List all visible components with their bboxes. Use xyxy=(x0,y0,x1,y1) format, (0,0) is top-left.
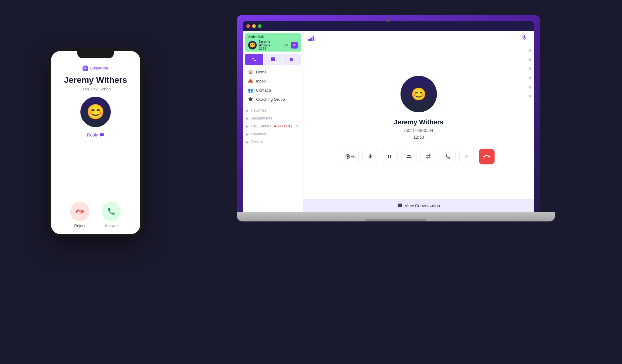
main-content: 😊 Jeremy Withers (604) 649-0504 12:53 xyxy=(303,31,534,212)
contacts-icon: 👥 xyxy=(248,88,253,93)
nav-items: 🏠 Home 📥 Inbox 👥 Contacts xyxy=(243,66,303,105)
minimize-button[interactable] xyxy=(252,24,256,28)
chevron-right-icon: ▶ xyxy=(246,109,249,112)
right-dot-1 xyxy=(529,49,532,52)
phone-caller-name: Jeremy Withers xyxy=(64,75,127,85)
call-duration: 12:53 xyxy=(413,135,424,140)
reply-label: Reply xyxy=(87,133,98,137)
sidebar-item-recent[interactable]: ▶ Recent xyxy=(243,138,303,146)
chevron-right-icon: ▶ xyxy=(246,117,249,120)
svg-text:REC: REC xyxy=(346,154,349,156)
bar3 xyxy=(313,36,314,41)
bar4 xyxy=(315,38,316,41)
signal-bars xyxy=(308,34,316,41)
hold-button[interactable] xyxy=(382,149,397,164)
caller-avatar: 😊 xyxy=(401,76,437,112)
chevron-right-icon: ▶ xyxy=(246,125,249,128)
phone-caller-avatar: 😊 xyxy=(80,97,111,127)
inbox-icon: 📥 xyxy=(248,79,253,83)
active-call-duration: 12:53 xyxy=(259,47,283,50)
laptop-notch xyxy=(387,18,390,22)
right-dot-4 xyxy=(529,76,532,79)
transfer-button[interactable] xyxy=(421,149,436,164)
active-call-name: Jeremy Withers xyxy=(259,40,283,47)
phone-caller-subtitle: Dean, Law School xyxy=(79,87,112,91)
titlebar xyxy=(243,21,534,31)
phone-notch-area xyxy=(51,51,140,62)
phone-tab[interactable] xyxy=(245,54,263,65)
sidebar-actions xyxy=(245,54,301,65)
maximize-button[interactable] xyxy=(258,24,262,28)
caller-phone: (604) 649-0504 xyxy=(404,128,433,133)
bar2 xyxy=(310,38,312,41)
menu-icon[interactable]: ≡ xyxy=(296,124,298,128)
dialpad-logo: ✦ xyxy=(83,66,88,71)
laptop: Active Call 😊 Jeremy Withers 12:53 xyxy=(237,15,555,234)
sidebar-item-inbox[interactable]: 📥 Inbox xyxy=(243,76,303,86)
phone-notch xyxy=(77,51,114,58)
phone-button[interactable] xyxy=(440,149,456,164)
active-call-label: Active Call xyxy=(248,35,298,39)
phone-content: ✦ Dialpad call Jeremy Withers Dean, Law … xyxy=(51,62,140,234)
phone-call-actions: Reject Answer xyxy=(70,202,121,228)
right-dots xyxy=(529,49,532,98)
sidebar-item-favorites[interactable]: ▶ Favorites xyxy=(243,106,303,114)
record-button[interactable]: REC REC xyxy=(343,149,359,164)
laptop-base xyxy=(237,212,555,221)
bar1 xyxy=(308,39,310,41)
sidebar-item-contacts[interactable]: 👥 Contacts xyxy=(243,86,303,95)
caller-name: Jeremy Withers xyxy=(394,118,444,126)
reject-label: Reject xyxy=(74,224,86,228)
home-icon: 🏠 xyxy=(248,69,253,74)
microphone-icon[interactable] xyxy=(519,33,529,42)
answer-button[interactable] xyxy=(102,202,121,221)
right-dot-2 xyxy=(529,58,532,61)
app-window: Active Call 😊 Jeremy Withers 12:53 xyxy=(243,21,534,212)
reject-group: Reject xyxy=(70,202,90,228)
off-duty-badge: OFF DUTY xyxy=(274,125,292,128)
nav-sections: ▶ Favorites ▶ Departments ▶ Call Centers xyxy=(243,105,303,147)
view-conversation-label: View Conversation xyxy=(405,203,440,208)
active-call-banner[interactable]: Active Call 😊 Jeremy Withers 12:53 xyxy=(245,33,301,52)
sidebar: Active Call 😊 Jeremy Withers 12:53 xyxy=(243,31,303,212)
chevron-right-icon: ▶ xyxy=(246,140,249,144)
view-conversation-button[interactable]: View Conversation xyxy=(303,199,534,212)
call-controls: REC REC xyxy=(343,149,495,164)
chat-tab[interactable] xyxy=(264,54,282,65)
video-tab[interactable] xyxy=(282,54,301,65)
right-dot-6 xyxy=(529,95,532,98)
add-person-button[interactable] xyxy=(401,149,417,164)
coaching-icon: 🎓 xyxy=(248,97,253,102)
off-duty-dot xyxy=(274,125,276,127)
right-dot-3 xyxy=(529,67,532,70)
end-call-button[interactable] xyxy=(479,149,495,164)
transfer-icon[interactable] xyxy=(283,42,290,49)
keypad-button[interactable] xyxy=(459,149,475,164)
vi-button[interactable]: Vi xyxy=(291,42,298,49)
right-dot-5 xyxy=(529,86,532,89)
chevron-right-icon: ▶ xyxy=(246,133,249,136)
call-display: 😊 Jeremy Withers (604) 649-0504 12:53 xyxy=(303,44,534,199)
main-header xyxy=(303,31,534,44)
mute-button[interactable] xyxy=(362,149,378,164)
answer-label: Answer xyxy=(105,224,118,228)
sidebar-item-callcenters[interactable]: ▶ Call Centers OFF DUTY ≡ xyxy=(243,122,303,130)
sidebar-item-home[interactable]: 🏠 Home xyxy=(243,67,303,76)
sidebar-item-departments[interactable]: ▶ Departments xyxy=(243,114,303,122)
answer-group: Answer xyxy=(102,202,121,228)
sidebar-item-channels[interactable]: ▶ Channels xyxy=(243,130,303,138)
dialpad-badge: ✦ Dialpad call xyxy=(83,66,109,71)
reject-button[interactable] xyxy=(70,202,90,221)
phone: ✦ Dialpad call Jeremy Withers Dean, Law … xyxy=(49,49,143,237)
close-button[interactable] xyxy=(246,24,250,28)
sidebar-item-coaching[interactable]: 🎓 Coaching Group xyxy=(243,95,303,104)
reply-button[interactable]: Reply xyxy=(87,133,104,137)
active-call-avatar: 😊 xyxy=(248,41,257,49)
dialpad-call-text: Dialpad call xyxy=(90,66,109,70)
